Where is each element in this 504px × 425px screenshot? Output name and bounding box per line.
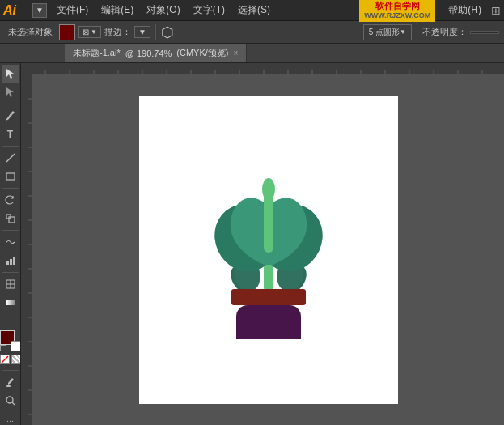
type-icon: T — [7, 129, 13, 140]
gradient-tool-btn[interactable] — [2, 294, 19, 312]
none-stroke[interactable] — [11, 355, 21, 364]
menu-select[interactable]: 选择(S) — [231, 2, 277, 19]
mesh-tool-btn[interactable] — [2, 275, 19, 293]
toolbar-right: 5 点圆形 ▼ 不透明度： — [363, 24, 499, 40]
left-toolbar: T — [0, 63, 21, 425]
white-canvas — [139, 96, 398, 404]
svg-rect-9 — [13, 257, 15, 265]
shape-label: 5 点圆形 — [369, 27, 400, 38]
tool-separator6 — [2, 370, 19, 371]
warp-tool-btn[interactable] — [2, 233, 19, 251]
menu-edit[interactable]: 编辑(E) — [95, 2, 140, 19]
shape-caret: ▼ — [400, 28, 406, 36]
tool-separator3 — [2, 188, 19, 189]
vertical-ruler — [21, 74, 32, 425]
menu-text[interactable]: 文字(T) — [187, 2, 231, 19]
grid-icon: ⊞ — [491, 4, 501, 17]
shape-button[interactable]: 5 点圆形 ▼ — [363, 24, 412, 40]
fill-color-box[interactable] — [59, 24, 75, 40]
menu-help[interactable]: 帮助(H) — [442, 2, 488, 19]
arrow-icon: ⬡ — [161, 23, 174, 41]
stroke-dropdown[interactable]: ▼ — [134, 26, 150, 38]
background-swatch[interactable] — [11, 341, 21, 351]
svg-point-2 — [12, 112, 14, 113]
none-swatches — [0, 355, 21, 364]
svg-marker-1 — [6, 87, 14, 97]
tab-bar: 未标题-1.ai* @ 190.74% (CMYK/预览) × — [0, 44, 504, 63]
swap-icon[interactable] — [0, 345, 6, 351]
main-area: T — [0, 63, 504, 425]
eyedropper-btn[interactable] — [2, 373, 19, 391]
menu-object[interactable]: 对象(O) — [140, 2, 186, 19]
svg-line-3 — [6, 154, 15, 162]
canvas-content — [32, 74, 504, 425]
scale-tool-btn[interactable] — [2, 210, 19, 227]
plant-illustration — [204, 161, 333, 339]
svg-marker-0 — [6, 69, 14, 79]
line-tool-btn[interactable] — [2, 149, 19, 167]
svg-rect-8 — [10, 259, 12, 265]
svg-rect-63 — [231, 289, 306, 305]
color-swatches — [0, 327, 21, 368]
svg-line-14 — [2, 356, 8, 363]
svg-rect-13 — [6, 300, 15, 305]
more-tools[interactable]: ... — [6, 414, 14, 423]
fill-icon: ⊠ — [83, 28, 89, 36]
tool-separator2 — [2, 146, 19, 147]
svg-rect-38 — [21, 74, 32, 425]
menu-items: 文件(F) 编辑(E) 对象(O) 文字(T) 选择(S) — [50, 2, 277, 19]
options-toolbar: 未选择对象 ⊠ ▼ 描边： ▼ ⬡ 5 点圆形 ▼ 不透明度： — [0, 21, 504, 44]
direct-select-btn[interactable] — [2, 83, 19, 101]
svg-rect-5 — [9, 217, 15, 223]
svg-rect-62 — [264, 265, 273, 291]
svg-rect-60 — [264, 192, 273, 253]
pen-tool-btn[interactable] — [2, 107, 19, 125]
tool-separator4 — [2, 230, 19, 231]
opacity-input[interactable] — [470, 31, 499, 34]
toolbar-separator — [155, 24, 156, 40]
watermark: 软件自学网 WWW.RJZXW.COM — [359, 0, 435, 22]
svg-rect-64 — [236, 305, 301, 339]
stroke-caret: ▼ — [138, 28, 146, 36]
menu-file[interactable]: 文件(F) — [50, 2, 95, 19]
color-swatch-area[interactable] — [0, 330, 21, 351]
app-logo: Ai — [3, 3, 26, 18]
type-tool-btn[interactable]: T — [2, 125, 19, 143]
horizontal-ruler — [21, 63, 504, 74]
svg-rect-18 — [21, 63, 504, 74]
opacity-label: 不透明度： — [422, 26, 467, 38]
selection-label: 未选择对象 — [5, 26, 56, 38]
selection-tool-btn[interactable] — [2, 65, 19, 83]
doc-colormode: (CMYK/预览) — [176, 47, 228, 59]
graph-tool-btn[interactable] — [2, 252, 19, 270]
menu-arrow[interactable]: ▼ — [32, 3, 47, 18]
doc-title: 未标题-1.ai* — [73, 47, 121, 59]
tool-separator5 — [2, 272, 19, 273]
menu-bar: Ai ▼ 文件(F) 编辑(E) 对象(O) 文字(T) 选择(S) 软件自学网… — [0, 0, 504, 21]
svg-line-17 — [12, 402, 15, 405]
svg-rect-4 — [6, 173, 15, 180]
rect-tool-btn[interactable] — [2, 168, 19, 185]
rotate-tool-btn[interactable] — [2, 191, 19, 209]
tool-separator1 — [2, 104, 19, 104]
svg-rect-7 — [6, 261, 9, 265]
canvas-area[interactable] — [21, 63, 504, 425]
toolbar-separator2 — [417, 24, 417, 40]
svg-point-16 — [6, 397, 13, 403]
doc-zoom: @ 190.74% — [125, 49, 172, 58]
svg-point-61 — [262, 178, 275, 201]
none-fill[interactable] — [0, 355, 10, 364]
zoom-btn[interactable] — [2, 392, 19, 410]
document-tab[interactable]: 未标题-1.ai* @ 190.74% (CMYK/预览) × — [65, 44, 247, 62]
fill-dropdown[interactable]: ⊠ ▼ — [78, 26, 101, 38]
fill-caret: ▼ — [91, 28, 97, 36]
tab-close[interactable]: × — [234, 49, 239, 57]
svg-rect-15 — [6, 385, 11, 387]
stroke-label: 描边： — [104, 26, 131, 38]
